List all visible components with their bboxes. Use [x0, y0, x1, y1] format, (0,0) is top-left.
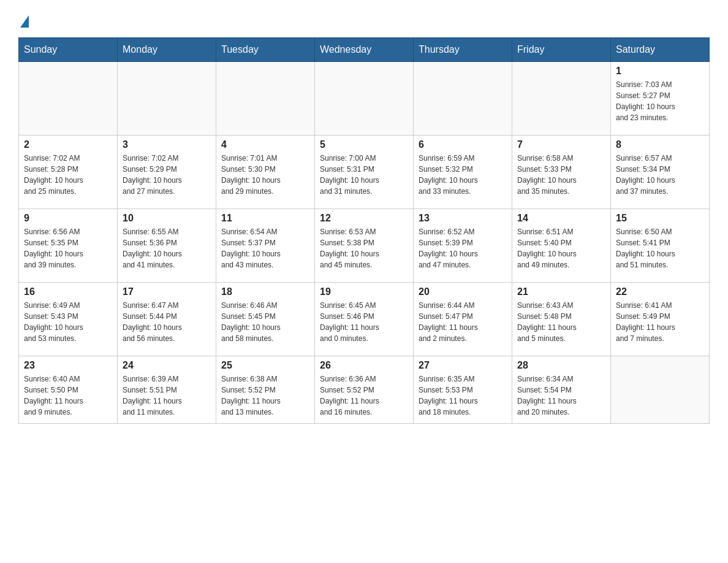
day-number: 22	[616, 286, 704, 297]
day-number: 2	[24, 139, 112, 150]
table-row	[216, 62, 315, 136]
day-number: 10	[123, 213, 211, 224]
table-row: 27Sunrise: 6:35 AM Sunset: 5:53 PM Dayli…	[414, 356, 512, 424]
table-row: 12Sunrise: 6:53 AM Sunset: 5:38 PM Dayli…	[315, 209, 414, 283]
day-number: 3	[123, 139, 211, 150]
calendar-week-row: 9Sunrise: 6:56 AM Sunset: 5:35 PM Daylig…	[19, 209, 710, 283]
table-row: 6Sunrise: 6:59 AM Sunset: 5:32 PM Daylig…	[414, 136, 512, 209]
day-number: 11	[221, 213, 309, 224]
table-row	[118, 62, 216, 136]
day-info: Sunrise: 6:41 AM Sunset: 5:49 PM Dayligh…	[616, 300, 704, 344]
day-info: Sunrise: 6:43 AM Sunset: 5:48 PM Dayligh…	[517, 300, 605, 344]
day-number: 19	[320, 286, 408, 297]
table-row: 25Sunrise: 6:38 AM Sunset: 5:52 PM Dayli…	[216, 356, 315, 424]
logo-triangle-icon	[20, 15, 29, 28]
day-number: 7	[517, 139, 605, 150]
day-of-week-header: Saturday	[611, 38, 710, 62]
day-info: Sunrise: 6:52 AM Sunset: 5:39 PM Dayligh…	[419, 226, 507, 270]
day-number: 9	[24, 213, 112, 224]
day-info: Sunrise: 6:51 AM Sunset: 5:40 PM Dayligh…	[517, 226, 605, 270]
table-row	[611, 356, 710, 424]
table-row: 13Sunrise: 6:52 AM Sunset: 5:39 PM Dayli…	[414, 209, 512, 283]
table-row: 7Sunrise: 6:58 AM Sunset: 5:33 PM Daylig…	[512, 136, 611, 209]
calendar-week-row: 23Sunrise: 6:40 AM Sunset: 5:50 PM Dayli…	[19, 356, 710, 424]
calendar-week-row: 1Sunrise: 7:03 AM Sunset: 5:27 PM Daylig…	[19, 62, 710, 136]
table-row: 11Sunrise: 6:54 AM Sunset: 5:37 PM Dayli…	[216, 209, 315, 283]
table-row: 20Sunrise: 6:44 AM Sunset: 5:47 PM Dayli…	[414, 283, 512, 356]
day-number: 23	[24, 360, 112, 371]
day-number: 13	[419, 213, 507, 224]
day-of-week-header: Wednesday	[315, 38, 414, 62]
day-info: Sunrise: 6:50 AM Sunset: 5:41 PM Dayligh…	[616, 226, 704, 270]
table-row: 24Sunrise: 6:39 AM Sunset: 5:51 PM Dayli…	[118, 356, 216, 424]
day-info: Sunrise: 6:54 AM Sunset: 5:37 PM Dayligh…	[221, 226, 309, 270]
table-row: 10Sunrise: 6:55 AM Sunset: 5:36 PM Dayli…	[118, 209, 216, 283]
day-info: Sunrise: 6:35 AM Sunset: 5:53 PM Dayligh…	[419, 373, 507, 418]
day-info: Sunrise: 6:40 AM Sunset: 5:50 PM Dayligh…	[24, 373, 112, 418]
day-of-week-header: Tuesday	[216, 38, 315, 62]
day-of-week-header: Thursday	[414, 38, 512, 62]
table-row	[414, 62, 512, 136]
day-info: Sunrise: 6:53 AM Sunset: 5:38 PM Dayligh…	[320, 226, 408, 270]
day-number: 14	[517, 213, 605, 224]
table-row	[315, 62, 414, 136]
day-info: Sunrise: 7:03 AM Sunset: 5:27 PM Dayligh…	[616, 79, 704, 123]
table-row: 21Sunrise: 6:43 AM Sunset: 5:48 PM Dayli…	[512, 283, 611, 356]
table-row: 26Sunrise: 6:36 AM Sunset: 5:52 PM Dayli…	[315, 356, 414, 424]
day-number: 4	[221, 139, 309, 150]
day-info: Sunrise: 7:00 AM Sunset: 5:31 PM Dayligh…	[320, 153, 408, 197]
day-number: 15	[616, 213, 704, 224]
day-number: 28	[517, 360, 605, 371]
day-info: Sunrise: 6:58 AM Sunset: 5:33 PM Dayligh…	[517, 153, 605, 197]
calendar-header-row: SundayMondayTuesdayWednesdayThursdayFrid…	[19, 38, 710, 62]
day-number: 1	[616, 66, 704, 77]
table-row: 16Sunrise: 6:49 AM Sunset: 5:43 PM Dayli…	[19, 283, 118, 356]
day-info: Sunrise: 6:55 AM Sunset: 5:36 PM Dayligh…	[123, 226, 211, 270]
day-info: Sunrise: 6:59 AM Sunset: 5:32 PM Dayligh…	[419, 153, 507, 197]
page-header	[18, 12, 710, 25]
day-info: Sunrise: 6:46 AM Sunset: 5:45 PM Dayligh…	[221, 300, 309, 344]
day-number: 16	[24, 286, 112, 297]
table-row: 9Sunrise: 6:56 AM Sunset: 5:35 PM Daylig…	[19, 209, 118, 283]
day-number: 26	[320, 360, 408, 371]
table-row: 3Sunrise: 7:02 AM Sunset: 5:29 PM Daylig…	[118, 136, 216, 209]
table-row: 4Sunrise: 7:01 AM Sunset: 5:30 PM Daylig…	[216, 136, 315, 209]
day-info: Sunrise: 6:38 AM Sunset: 5:52 PM Dayligh…	[221, 373, 309, 418]
day-info: Sunrise: 7:01 AM Sunset: 5:30 PM Dayligh…	[221, 153, 309, 197]
day-info: Sunrise: 6:45 AM Sunset: 5:46 PM Dayligh…	[320, 300, 408, 344]
day-number: 6	[419, 139, 507, 150]
table-row: 19Sunrise: 6:45 AM Sunset: 5:46 PM Dayli…	[315, 283, 414, 356]
day-number: 20	[419, 286, 507, 297]
calendar-table: SundayMondayTuesdayWednesdayThursdayFrid…	[18, 37, 710, 424]
table-row: 18Sunrise: 6:46 AM Sunset: 5:45 PM Dayli…	[216, 283, 315, 356]
day-number: 5	[320, 139, 408, 150]
table-row: 14Sunrise: 6:51 AM Sunset: 5:40 PM Dayli…	[512, 209, 611, 283]
day-info: Sunrise: 6:39 AM Sunset: 5:51 PM Dayligh…	[123, 373, 211, 418]
day-number: 25	[221, 360, 309, 371]
day-number: 8	[616, 139, 704, 150]
day-of-week-header: Sunday	[19, 38, 118, 62]
day-info: Sunrise: 7:02 AM Sunset: 5:29 PM Dayligh…	[123, 153, 211, 197]
table-row: 22Sunrise: 6:41 AM Sunset: 5:49 PM Dayli…	[611, 283, 710, 356]
day-info: Sunrise: 6:56 AM Sunset: 5:35 PM Dayligh…	[24, 226, 112, 270]
day-number: 12	[320, 213, 408, 224]
table-row: 28Sunrise: 6:34 AM Sunset: 5:54 PM Dayli…	[512, 356, 611, 424]
table-row	[512, 62, 611, 136]
day-info: Sunrise: 6:44 AM Sunset: 5:47 PM Dayligh…	[419, 300, 507, 344]
table-row: 8Sunrise: 6:57 AM Sunset: 5:34 PM Daylig…	[611, 136, 710, 209]
day-of-week-header: Friday	[512, 38, 611, 62]
day-info: Sunrise: 6:47 AM Sunset: 5:44 PM Dayligh…	[123, 300, 211, 344]
day-number: 27	[419, 360, 507, 371]
table-row: 1Sunrise: 7:03 AM Sunset: 5:27 PM Daylig…	[611, 62, 710, 136]
table-row: 5Sunrise: 7:00 AM Sunset: 5:31 PM Daylig…	[315, 136, 414, 209]
day-info: Sunrise: 7:02 AM Sunset: 5:28 PM Dayligh…	[24, 153, 112, 197]
day-info: Sunrise: 6:49 AM Sunset: 5:43 PM Dayligh…	[24, 300, 112, 344]
day-info: Sunrise: 6:34 AM Sunset: 5:54 PM Dayligh…	[517, 373, 605, 418]
day-info: Sunrise: 6:57 AM Sunset: 5:34 PM Dayligh…	[616, 153, 704, 197]
day-number: 17	[123, 286, 211, 297]
table-row: 2Sunrise: 7:02 AM Sunset: 5:28 PM Daylig…	[19, 136, 118, 209]
table-row: 23Sunrise: 6:40 AM Sunset: 5:50 PM Dayli…	[19, 356, 118, 424]
day-of-week-header: Monday	[118, 38, 216, 62]
calendar-week-row: 2Sunrise: 7:02 AM Sunset: 5:28 PM Daylig…	[19, 136, 710, 209]
day-number: 21	[517, 286, 605, 297]
